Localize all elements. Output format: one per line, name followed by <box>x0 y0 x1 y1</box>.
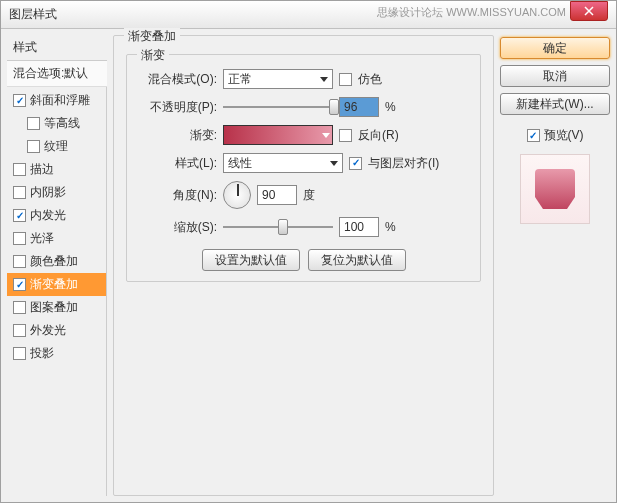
cancel-button[interactable]: 取消 <box>500 65 610 87</box>
action-panel: 确定 取消 新建样式(W)... 预览(V) <box>500 35 610 496</box>
opacity-slider[interactable] <box>223 97 333 117</box>
style-item-6[interactable]: 光泽 <box>7 227 106 250</box>
blend-mode-label: 混合模式(O): <box>137 71 217 88</box>
styles-header[interactable]: 样式 <box>7 35 107 61</box>
close-button[interactable] <box>570 1 608 21</box>
opacity-input[interactable]: 96 <box>339 97 379 117</box>
style-item-label: 描边 <box>30 161 54 178</box>
chevron-down-icon <box>320 77 328 82</box>
dither-checkbox[interactable] <box>339 73 352 86</box>
style-checkbox[interactable] <box>13 232 26 245</box>
scale-input[interactable]: 100 <box>339 217 379 237</box>
slider-thumb[interactable] <box>329 99 339 115</box>
titlebar[interactable]: 图层样式 思缘设计论坛 WWW.MISSYUAN.COM <box>1 1 616 29</box>
style-item-7[interactable]: 颜色叠加 <box>7 250 106 273</box>
group-title: 渐变叠加 <box>124 28 180 45</box>
align-label: 与图层对齐(I) <box>368 155 439 172</box>
ok-button[interactable]: 确定 <box>500 37 610 59</box>
style-item-1[interactable]: 等高线 <box>7 112 106 135</box>
gradient-label: 渐变: <box>137 127 217 144</box>
style-checkbox[interactable] <box>13 324 26 337</box>
scale-label: 缩放(S): <box>137 219 217 236</box>
style-checkbox[interactable] <box>13 186 26 199</box>
new-style-button[interactable]: 新建样式(W)... <box>500 93 610 115</box>
chevron-down-icon <box>330 161 338 166</box>
style-checkbox[interactable] <box>27 117 40 130</box>
angle-input[interactable]: 90 <box>257 185 297 205</box>
style-checkbox[interactable] <box>13 94 26 107</box>
style-item-9[interactable]: 图案叠加 <box>7 296 106 319</box>
layer-style-dialog: 图层样式 思缘设计论坛 WWW.MISSYUAN.COM 样式 混合选项:默认 … <box>0 0 617 503</box>
preview-checkbox[interactable] <box>527 129 540 142</box>
align-checkbox[interactable] <box>349 157 362 170</box>
gradient-swatch[interactable] <box>223 125 333 145</box>
styles-panel: 样式 混合选项:默认 斜面和浮雕等高线纹理描边内阴影内发光光泽颜色叠加渐变叠加图… <box>7 35 107 496</box>
style-item-4[interactable]: 内阴影 <box>7 181 106 204</box>
reset-default-button[interactable]: 复位为默认值 <box>308 249 406 271</box>
style-item-label: 投影 <box>30 345 54 362</box>
style-value: 线性 <box>228 155 252 172</box>
style-checkbox[interactable] <box>13 278 26 291</box>
chevron-down-icon <box>322 133 330 138</box>
style-item-label: 内发光 <box>30 207 66 224</box>
make-default-button[interactable]: 设置为默认值 <box>202 249 300 271</box>
close-icon <box>584 6 594 16</box>
blend-mode-value: 正常 <box>228 71 252 88</box>
opacity-label: 不透明度(P): <box>137 99 217 116</box>
style-checkbox[interactable] <box>13 163 26 176</box>
style-item-5[interactable]: 内发光 <box>7 204 106 227</box>
style-item-10[interactable]: 外发光 <box>7 319 106 342</box>
angle-dial[interactable] <box>223 181 251 209</box>
style-label: 样式(L): <box>137 155 217 172</box>
style-item-2[interactable]: 纹理 <box>7 135 106 158</box>
style-item-label: 光泽 <box>30 230 54 247</box>
reverse-checkbox[interactable] <box>339 129 352 142</box>
style-item-label: 纹理 <box>44 138 68 155</box>
style-checkbox[interactable] <box>13 347 26 360</box>
style-item-label: 渐变叠加 <box>30 276 78 293</box>
style-checkbox[interactable] <box>13 255 26 268</box>
style-checkbox[interactable] <box>27 140 40 153</box>
blend-mode-select[interactable]: 正常 <box>223 69 333 89</box>
scale-unit: % <box>385 220 396 234</box>
style-item-label: 斜面和浮雕 <box>30 92 90 109</box>
scale-slider[interactable] <box>223 217 333 237</box>
style-item-label: 等高线 <box>44 115 80 132</box>
style-select[interactable]: 线性 <box>223 153 343 173</box>
style-item-11[interactable]: 投影 <box>7 342 106 365</box>
preview-shape <box>535 169 575 209</box>
style-item-8[interactable]: 渐变叠加 <box>7 273 106 296</box>
preview-thumbnail <box>520 154 590 224</box>
dialog-body: 样式 混合选项:默认 斜面和浮雕等高线纹理描边内阴影内发光光泽颜色叠加渐变叠加图… <box>1 29 616 502</box>
reverse-label: 反向(R) <box>358 127 399 144</box>
style-item-label: 颜色叠加 <box>30 253 78 270</box>
inner-group-title: 渐变 <box>137 47 169 64</box>
style-checkbox[interactable] <box>13 301 26 314</box>
preview-label: 预览(V) <box>544 127 584 144</box>
style-item-label: 内阴影 <box>30 184 66 201</box>
style-item-label: 外发光 <box>30 322 66 339</box>
slider-thumb[interactable] <box>278 219 288 235</box>
blend-options-item[interactable]: 混合选项:默认 <box>7 61 107 87</box>
angle-label: 角度(N): <box>137 187 217 204</box>
opacity-unit: % <box>385 100 396 114</box>
dither-label: 仿色 <box>358 71 382 88</box>
style-item-0[interactable]: 斜面和浮雕 <box>7 89 106 112</box>
watermark: 思缘设计论坛 WWW.MISSYUAN.COM <box>377 5 566 20</box>
angle-unit: 度 <box>303 187 315 204</box>
style-list: 斜面和浮雕等高线纹理描边内阴影内发光光泽颜色叠加渐变叠加图案叠加外发光投影 <box>7 87 107 496</box>
style-item-3[interactable]: 描边 <box>7 158 106 181</box>
style-item-label: 图案叠加 <box>30 299 78 316</box>
gradient-overlay-panel: 渐变叠加 渐变 混合模式(O): 正常 仿色 不透明度(P): <box>113 35 494 496</box>
gradient-group: 渐变 混合模式(O): 正常 仿色 不透明度(P): 96 <box>126 54 481 282</box>
style-checkbox[interactable] <box>13 209 26 222</box>
